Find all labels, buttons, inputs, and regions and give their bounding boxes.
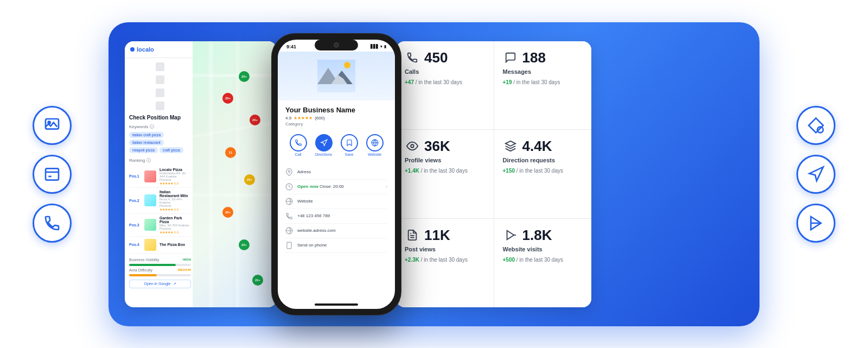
scene: localo Localo Pizza Check Position Map bbox=[0, 0, 868, 348]
phone-content: Your Business Name 4.9 ★★★★★ (600) Categ… bbox=[278, 100, 395, 258]
main-container: localo Localo Pizza Check Position Map bbox=[108, 22, 760, 326]
stat-website-header: 1.8K bbox=[503, 227, 583, 243]
ranking-item-1[interactable]: Pos.1 Localo Pizza Krakowska 64, 30-444 … bbox=[129, 166, 191, 188]
panel-title: Check Position Map bbox=[129, 115, 191, 121]
website-action-icon bbox=[366, 134, 384, 151]
messages-number: 188 bbox=[522, 50, 546, 65]
stats-panel: 450 Calls +47 / in the last 30 days 188 … bbox=[396, 41, 591, 307]
sidebar-icon-3[interactable] bbox=[156, 88, 164, 97]
phone-action-save[interactable]: Save bbox=[341, 134, 358, 156]
business-visibility: Business Visibility HIGH Area Difficulty… bbox=[129, 258, 191, 276]
website-visits-change: +500 / in the last 30 days bbox=[503, 257, 583, 263]
shapes-icon[interactable] bbox=[796, 106, 835, 145]
svg-point-13 bbox=[288, 170, 290, 173]
svg-marker-10 bbox=[321, 140, 327, 145]
map-pin-8[interactable]: 20+ bbox=[252, 275, 263, 286]
stat-calls-header: 450 bbox=[405, 50, 485, 65]
phone-info-address: Adress bbox=[285, 165, 387, 180]
calls-label: Calls bbox=[405, 68, 485, 75]
svg-marker-25 bbox=[809, 118, 824, 132]
phone-info-phone[interactable]: +48 123 456 789 bbox=[285, 209, 387, 224]
phone-action-directions[interactable]: Directions bbox=[315, 134, 333, 156]
sidebar-icon-2[interactable] bbox=[156, 75, 164, 84]
website-visits-icon bbox=[503, 227, 518, 243]
keyword-tag[interactable]: craft pizza bbox=[159, 147, 183, 153]
messages-change: +19 / in the last 30 days bbox=[503, 79, 583, 85]
phone-home-indicator bbox=[315, 303, 358, 306]
left-floating-icons bbox=[33, 106, 72, 243]
direction-sign-icon[interactable] bbox=[796, 155, 835, 194]
stat-directions-header: 4.4K bbox=[503, 138, 583, 154]
calls-number: 450 bbox=[424, 50, 448, 65]
svg-point-9 bbox=[344, 62, 350, 68]
ranking-item-4[interactable]: Pos.4 The Pizza Box bbox=[129, 237, 191, 254]
phone-hero bbox=[278, 52, 395, 100]
phone-call-icon[interactable] bbox=[33, 204, 72, 243]
svg-rect-2 bbox=[46, 168, 59, 180]
localo-logo: localo bbox=[130, 46, 154, 53]
images-icon[interactable] bbox=[33, 106, 72, 145]
keyword-tag[interactable]: italian restaurant bbox=[129, 140, 164, 145]
website-visits-label: Website visits bbox=[503, 246, 583, 252]
phone-rating: 4.9 ★★★★★ (600) bbox=[285, 116, 387, 121]
stat-post-views: 11K Post views +2.3K / in the last 30 da… bbox=[396, 219, 494, 307]
keyword-tag[interactable]: neapoli pizza bbox=[129, 147, 158, 153]
phone-action-website[interactable]: Website bbox=[366, 134, 384, 156]
keyword-tag[interactable]: italian craft pizza bbox=[129, 132, 164, 138]
map-pin-4[interactable]: 11 bbox=[225, 147, 236, 158]
map-pin-5[interactable]: 20+ bbox=[244, 174, 255, 185]
phone-info-send[interactable]: Send on phone bbox=[285, 238, 387, 253]
phone-category: Category bbox=[285, 122, 387, 126]
open-google-button[interactable]: Open in Google ↗ bbox=[129, 280, 191, 288]
phone-info-hours[interactable]: Open now Close: 20:00 › bbox=[285, 180, 387, 194]
phone-mockup: 9:41 ▋▋▋ ▾ ▮ bbox=[271, 33, 401, 315]
directions-number: 4.4K bbox=[522, 139, 552, 153]
messages-icon bbox=[503, 50, 518, 65]
post-views-change: +2.3K / in the last 30 days bbox=[405, 257, 485, 263]
cursor-click-icon[interactable] bbox=[796, 204, 835, 243]
card-icon[interactable] bbox=[33, 155, 72, 194]
map-pin-1[interactable]: 20+ bbox=[222, 93, 233, 104]
ranking-item-2[interactable]: Pos.2 Italian Restaurant Milo Nova 4, 30… bbox=[129, 188, 191, 214]
calls-change: +47 / in the last 30 days bbox=[405, 79, 485, 85]
ranking-section: Ranking ⓘ Pos.1 Localo Pizza Krakowska 6… bbox=[129, 157, 191, 254]
calls-icon bbox=[405, 50, 420, 65]
phone-screen: 9:41 ▋▋▋ ▾ ▮ bbox=[278, 40, 395, 309]
business-name: Your Business Name bbox=[285, 106, 387, 114]
post-views-number: 11K bbox=[424, 228, 450, 242]
map-background: 20+ 20+ 20+ 11 20+ 20+ 20+ 20+ bbox=[193, 41, 277, 307]
profile-views-icon bbox=[405, 138, 420, 154]
left-desktop-panel: localo Localo Pizza Check Position Map bbox=[125, 41, 277, 307]
map-pin-6[interactable]: 20+ bbox=[222, 207, 233, 218]
stat-messages: 188 Messages +19 / in the last 30 days bbox=[494, 41, 592, 130]
svg-rect-19 bbox=[287, 242, 291, 249]
save-action-icon bbox=[341, 134, 358, 151]
map-area: 20+ 20+ 20+ 11 20+ 20+ 20+ 20+ bbox=[193, 41, 277, 307]
profile-views-label: Profile views bbox=[405, 157, 485, 163]
phone-action-call[interactable]: Call bbox=[290, 134, 307, 156]
stat-profile-header: 36K bbox=[405, 138, 485, 154]
keyword-tags: italian craft pizza italian restaurant n… bbox=[129, 132, 191, 153]
profile-views-change: +1.4K / in the last 30 days bbox=[405, 168, 485, 174]
map-pin-7[interactable]: 20+ bbox=[239, 239, 250, 250]
post-views-label: Post views bbox=[405, 246, 485, 252]
sidebar-icon-1[interactable] bbox=[156, 62, 164, 71]
keywords-label: Keywords ⓘ bbox=[129, 124, 191, 130]
ranking-label: Ranking ⓘ bbox=[129, 157, 191, 163]
stat-directions: 4.4K Direction requests +150 / in the la… bbox=[494, 130, 592, 218]
right-floating-icons bbox=[796, 106, 835, 243]
stat-profile-views: 36K Profile views +1.4K / in the last 30… bbox=[396, 130, 494, 218]
svg-point-1 bbox=[48, 121, 50, 123]
phone-camera bbox=[334, 42, 339, 48]
phone-info-website[interactable]: Website bbox=[285, 194, 387, 209]
ranking-item-3[interactable]: Pos.3 Garden Park Pizza Mila, 30-700 Kra… bbox=[129, 214, 191, 237]
phone-outer: 9:41 ▋▋▋ ▾ ▮ bbox=[271, 33, 401, 315]
sidebar-icon-4[interactable] bbox=[156, 102, 164, 110]
map-pin-2[interactable]: 20+ bbox=[239, 71, 250, 82]
stat-post-header: 11K bbox=[405, 227, 485, 243]
directions-change: +150 / in the last 30 days bbox=[503, 168, 583, 174]
website-visits-number: 1.8K bbox=[522, 228, 552, 242]
map-pin-3[interactable]: 20+ bbox=[250, 115, 260, 125]
directions-label: Direction requests bbox=[503, 157, 583, 163]
phone-info-website-url[interactable]: website.adress.com bbox=[285, 224, 387, 238]
